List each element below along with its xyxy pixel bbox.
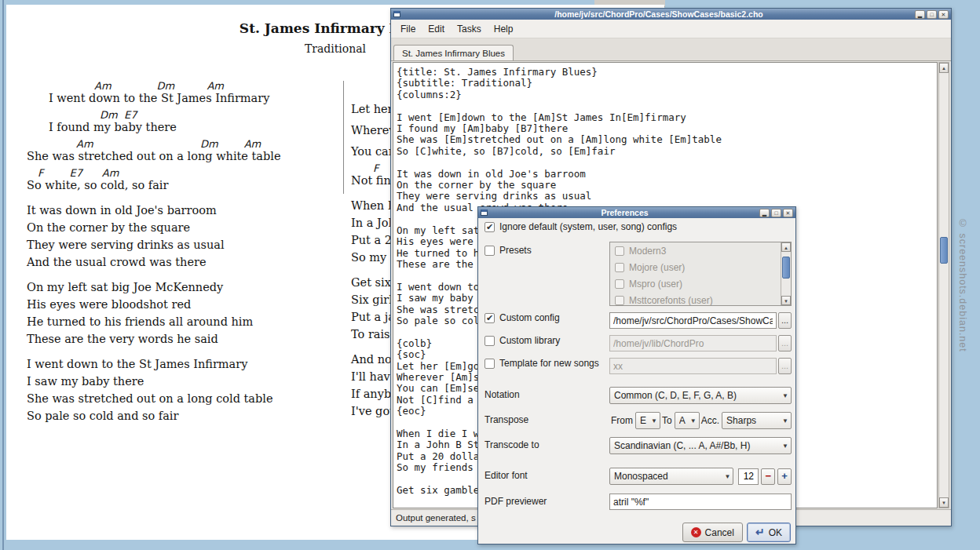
transcode-fieldwrap: Scandinavian (C, ... A, A#/Bb, H) ▼ [609,437,792,454]
editor-scrollbar[interactable]: ▲ ▼ [938,62,949,508]
chord-line: F E7 Am [27,167,337,179]
chord-line: Am Dm Am [27,138,337,150]
chord-line: Am Dm Am [27,80,337,92]
preset-checkbox[interactable] [615,263,624,272]
preset-item[interactable]: Modern3 [610,242,791,259]
preset-item[interactable]: Mspro (user) [610,275,791,292]
lyric-line: His eyes were bloodshot red [27,298,337,315]
cancel-label: Cancel [705,527,734,538]
ok-button[interactable]: ↵ OK [747,523,791,542]
background-window-edge [2,0,4,550]
chevron-down-icon: ▼ [780,443,791,450]
font-size-decrease-button[interactable]: − [761,468,775,485]
custom-library-checkbox[interactable] [485,336,495,346]
menu-item[interactable]: File [394,20,422,38]
scroll-up-icon[interactable]: ▲ [781,242,791,252]
verse-gap [27,273,337,281]
menu-item[interactable]: Help [488,20,520,38]
desktop: { "colors": { "desktop": "#aac8de", "tit… [0,0,980,550]
notation-value: Common (C, D, E, F, G, A, B) [614,390,780,401]
transpose-acc-dropdown[interactable]: Sharps ▼ [722,412,792,429]
preset-label: Mojore (user) [629,262,685,273]
ok-label: OK [769,527,782,538]
lyric-line: These are the very words he said [27,333,337,350]
maximize-icon[interactable]: □ [927,10,937,19]
tab-song[interactable]: St. James Infirmary Blues [393,45,514,60]
presets-scrollbar[interactable]: ▲ ▼ [781,242,791,305]
template-browse-button: ... [778,358,792,374]
cancel-icon: ✕ [691,527,701,537]
preset-checkbox[interactable] [615,296,624,305]
font-size-increase-button[interactable]: + [777,468,792,485]
menu-item[interactable]: Tasks [451,20,488,38]
transpose-acc-label: Acc. [701,415,719,426]
ignore-default-checkbox[interactable] [485,222,495,232]
editor-font-dropdown[interactable]: Monospaced ▼ [609,468,733,485]
preset-label: Mspro (user) [629,279,682,290]
close-icon[interactable]: ✕ [783,209,793,217]
transpose-label: Transpose [485,414,528,425]
scrollbar-thumb[interactable] [940,237,948,264]
lyric-line: I went down to the St James Infirmary [27,358,337,375]
tabbar: St. James Infirmary Blues [391,38,951,61]
transpose-from-dropdown[interactable]: E ▼ [635,412,660,429]
preset-item[interactable]: Mojore (user) [610,259,791,275]
custom-library-input [609,335,777,351]
editor-font-value: Monospaced [614,471,722,482]
custom-config-checkbox[interactable] [485,313,495,323]
lyric-line: I saw my baby there [27,375,337,392]
transcode-value: Scandinavian (C, ... A, A#/Bb, H) [614,440,780,451]
lyric-line: And the usual crowd was there [27,256,337,273]
editor-font-label: Editor font [485,470,528,481]
custom-library-fieldwrap: ... [609,335,792,351]
preset-item[interactable]: Msttcorefonts (user) [610,292,791,306]
notation-dropdown[interactable]: Common (C, D, E, F, G, A, B) ▼ [609,387,792,404]
lyric-line: She was stretched out on a long cold tab… [27,392,337,410]
transpose-from-label: From [611,415,633,426]
transcode-dropdown[interactable]: Scandinavian (C, ... A, A#/Bb, H) ▼ [609,437,792,454]
transpose-to-label: To [662,415,672,426]
verse-gap [27,196,337,204]
preset-checkbox[interactable] [615,279,624,289]
template-checkbox[interactable] [485,359,495,369]
window-title: /home/jv/src/ChordPro/Cases/ShowCases/ba… [403,9,915,20]
transpose-to-value: A [679,415,688,426]
chevron-down-icon: ▼ [688,417,699,424]
close-icon[interactable]: ✕ [938,10,949,19]
cancel-button[interactable]: ✕ Cancel [682,523,743,542]
dialog-titlebar[interactable]: Preferences ▂ □ ✕ [478,207,795,218]
scroll-down-icon[interactable]: ▼ [939,497,949,508]
ignore-default-label: Ignore default (system, user, song) conf… [499,221,677,232]
presets-checkbox[interactable] [485,246,495,256]
maximize-icon[interactable]: □ [771,209,781,217]
editor-font-fieldwrap: Monospaced ▼ − + [609,468,792,485]
pdf-previewer-input[interactable] [609,494,792,510]
custom-config-browse-button[interactable]: ... [778,312,792,329]
scroll-up-icon[interactable]: ▲ [939,63,949,73]
row-ignore-default: Ignore default (system, user, song) conf… [485,221,790,232]
lyric-line: On the corner by the square [27,221,337,239]
preferences-dialog: Preferences ▂ □ ✕ Ignore default (system… [477,206,796,545]
dialog-buttons: ✕ Cancel ↵ OK [682,523,791,542]
window-icon [481,209,488,216]
custom-config-fieldwrap: ... [609,312,792,329]
scroll-down-icon[interactable]: ▼ [781,296,791,305]
preset-label: Modern3 [629,246,666,257]
lyric-line: I found my baby there [27,121,337,138]
lyric-line: She was stretched out on a long white ta… [27,150,337,167]
font-size-input[interactable] [738,468,759,485]
transpose-to-dropdown[interactable]: A ▼ [675,412,700,429]
template-label: Template for new songs [499,358,599,369]
notation-fieldwrap: Common (C, D, E, F, G, A, B) ▼ [609,387,792,404]
template-fieldwrap: ... [609,358,792,374]
custom-config-input[interactable] [609,312,777,329]
minimize-icon[interactable]: ▂ [915,10,925,19]
menu-item[interactable]: Edit [422,20,451,38]
scrollbar-thumb[interactable] [782,257,790,279]
minimize-icon[interactable]: ▂ [759,209,770,217]
editor-titlebar[interactable]: /home/jv/src/ChordPro/Cases/ShowCases/ba… [391,9,951,20]
template-input [609,358,777,374]
chord-line: Dm E7 [27,109,337,121]
preset-checkbox[interactable] [615,246,624,256]
column-divider [343,81,344,194]
